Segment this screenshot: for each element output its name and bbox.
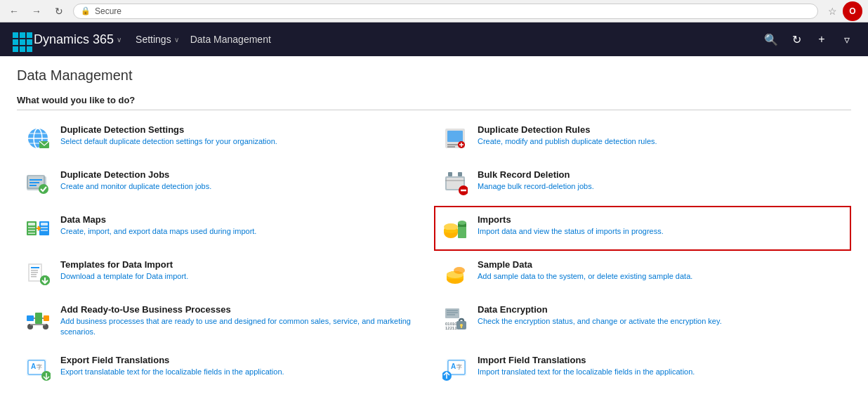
items-grid: Duplicate Detection Settings Select defa… <box>17 116 851 391</box>
svg-point-39 <box>444 223 458 230</box>
svg-text:A: A <box>451 363 456 370</box>
search-button[interactable]: 🔍 <box>758 27 784 52</box>
item-text-duplicate-detection-rules: Duplicate Detection Rules Create, modify… <box>478 124 839 147</box>
item-text-import-field-translations: Import Field Translations Import transla… <box>478 355 839 377</box>
item-desc-imports: Import data and view the status of impor… <box>478 226 839 237</box>
item-desc-duplicate-detection-settings: Select default duplicate detection setti… <box>60 136 421 147</box>
address-text: Secure <box>95 6 810 16</box>
item-text-imports: Imports Import data and view the status … <box>478 214 839 237</box>
item-desc-sample-data: Add sample data to the system, or delete… <box>478 271 839 282</box>
filter-button[interactable]: ▿ <box>834 27 860 52</box>
item-desc-add-business-processes: Add business processes that are ready to… <box>60 316 421 338</box>
svg-rect-7 <box>447 131 463 142</box>
item-desc-duplicate-detection-jobs: Create and monitor duplicate detection j… <box>60 181 421 192</box>
refresh-button[interactable]: ↻ <box>51 3 67 20</box>
item-desc-duplicate-detection-rules: Create, modify and publish duplicate det… <box>478 136 839 147</box>
icon-jobs <box>24 169 52 197</box>
svg-rect-33 <box>41 223 48 226</box>
item-title-export-field-translations: Export Field Translations <box>60 355 421 365</box>
settings-chevron: ∨ <box>174 36 179 44</box>
item-export-field-translations[interactable]: A 字 Export Field Translations Export tra… <box>17 346 434 391</box>
browser-menu[interactable]: O <box>843 1 862 21</box>
item-title-data-maps: Data Maps <box>60 214 421 225</box>
app-grid-icon[interactable] <box>8 28 31 51</box>
item-title-templates-data-import: Templates for Data Import <box>60 259 421 270</box>
item-desc-templates-data-import: Download a template for Data import. <box>60 271 421 282</box>
icon-deletion <box>441 169 469 197</box>
item-add-business-processes[interactable]: Add Ready-to-Use Business Processes Add … <box>17 296 434 346</box>
item-duplicate-detection-rules[interactable]: Duplicate Detection Rules Create, modify… <box>434 116 851 161</box>
svg-point-19 <box>39 184 48 194</box>
svg-rect-16 <box>29 179 42 181</box>
svg-rect-46 <box>31 267 39 268</box>
item-desc-export-field-translations: Export translatable text for the localiz… <box>60 367 421 377</box>
svg-rect-49 <box>31 274 37 275</box>
svg-rect-48 <box>31 272 38 273</box>
item-templates-data-import[interactable]: Templates for Data Import Download a tem… <box>17 251 434 296</box>
address-bar[interactable]: 🔒 Secure <box>73 4 818 19</box>
svg-rect-76 <box>461 326 462 328</box>
icon-encryption: 010101 12211 <box>441 304 469 332</box>
item-desc-bulk-record-deletion: Manage bulk record-deletion jobs. <box>478 181 839 192</box>
svg-text:字: 字 <box>37 364 42 370</box>
item-text-templates-data-import: Templates for Data Import Download a tem… <box>60 259 421 282</box>
svg-rect-70 <box>447 312 458 313</box>
item-data-maps[interactable]: Data Maps Create, import, and export dat… <box>17 206 434 251</box>
brand-link[interactable]: Dynamics 365 ∨ <box>31 32 127 47</box>
icon-bizprocess <box>24 304 52 332</box>
section-question: What would you like to do? <box>17 95 851 110</box>
browser-bar: ← → ↻ 🔒 Secure ☆ O <box>0 0 868 22</box>
item-duplicate-detection-settings[interactable]: Duplicate Detection Settings Select defa… <box>17 116 434 161</box>
icon-import-translate: A 字 <box>441 355 469 383</box>
item-desc-import-field-translations: Import translated text for the localizab… <box>478 367 839 377</box>
svg-rect-60 <box>27 315 34 321</box>
item-text-duplicate-detection-jobs: Duplicate Detection Jobs Create and moni… <box>60 169 421 192</box>
breadcrumb: Data Management <box>188 34 271 45</box>
item-desc-data-maps: Create, import, and export data maps use… <box>60 226 421 237</box>
item-title-imports: Imports <box>478 214 839 225</box>
item-text-bulk-record-deletion: Bulk Record Deletion Manage bulk record-… <box>478 169 839 192</box>
item-title-duplicate-detection-rules: Duplicate Detection Rules <box>478 124 839 135</box>
item-desc-data-encryption: Check the encryption status, and change … <box>478 316 839 327</box>
svg-text:12211: 12211 <box>445 326 457 330</box>
svg-rect-28 <box>28 223 35 226</box>
history-button[interactable]: ↻ <box>784 27 809 52</box>
svg-rect-34 <box>41 227 48 228</box>
svg-rect-18 <box>29 185 37 186</box>
item-title-import-field-translations: Import Field Translations <box>478 355 839 365</box>
svg-rect-67 <box>30 324 46 325</box>
svg-rect-69 <box>447 310 458 311</box>
svg-rect-47 <box>31 270 38 271</box>
icon-datamaps <box>24 214 52 242</box>
item-text-data-encryption: Data Encryption Check the encryption sta… <box>478 304 839 327</box>
back-button[interactable]: ← <box>6 3 22 20</box>
item-text-sample-data: Sample Data Add sample data to the syste… <box>478 259 839 282</box>
page-content: Data Management What would you like to d… <box>0 56 868 403</box>
item-data-encryption[interactable]: 010101 12211 Data Encryption Check the e… <box>434 296 851 346</box>
item-title-bulk-record-deletion: Bulk Record Deletion <box>478 169 839 180</box>
svg-rect-35 <box>41 230 48 231</box>
svg-text:A: A <box>31 363 36 370</box>
item-title-sample-data: Sample Data <box>478 259 839 270</box>
item-text-data-maps: Data Maps Create, import, and export dat… <box>60 214 421 237</box>
forward-button[interactable]: → <box>28 3 45 20</box>
svg-rect-61 <box>35 313 42 324</box>
item-sample-data[interactable]: Sample Data Add sample data to the syste… <box>434 251 851 296</box>
item-text-export-field-translations: Export Field Translations Export transla… <box>60 355 421 377</box>
icon-rules <box>441 124 469 152</box>
item-imports[interactable]: Imports Import data and view the status … <box>434 206 851 251</box>
svg-rect-23 <box>448 172 452 176</box>
svg-rect-31 <box>28 233 35 234</box>
item-bulk-record-deletion[interactable]: Bulk Record Deletion Manage bulk record-… <box>434 161 851 206</box>
item-duplicate-detection-jobs[interactable]: Duplicate Detection Jobs Create and moni… <box>17 161 434 206</box>
bookmark-icon[interactable]: ☆ <box>828 6 837 17</box>
lock-icon: 🔒 <box>81 6 91 15</box>
settings-menu[interactable]: Settings ∨ <box>127 34 188 45</box>
item-title-data-encryption: Data Encryption <box>478 304 839 315</box>
svg-rect-24 <box>458 172 462 176</box>
svg-rect-30 <box>28 230 35 231</box>
page-title: Data Management <box>17 67 851 84</box>
item-import-field-translations[interactable]: A 字 Import Field Translations Import tra… <box>434 346 851 391</box>
svg-rect-29 <box>28 227 35 228</box>
add-button[interactable]: + <box>809 27 834 52</box>
